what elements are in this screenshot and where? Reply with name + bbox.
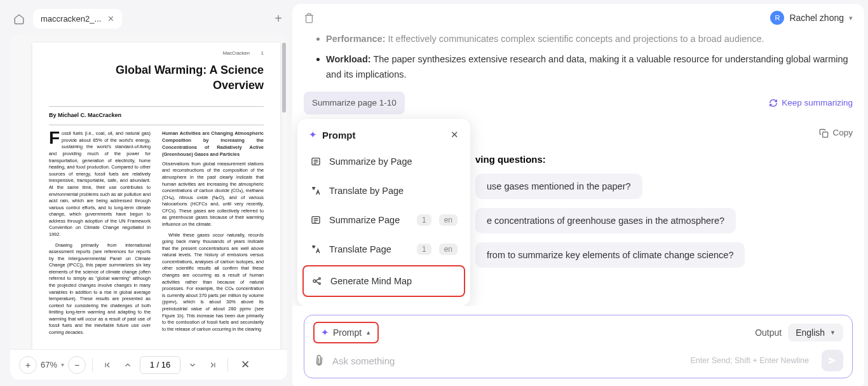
- prompt-popover: ✦ Prompt ✕ Summarize by Page Translate b…: [297, 119, 470, 306]
- page-input[interactable]: [140, 356, 180, 374]
- popover-item-summarize-by-page[interactable]: Summarize by Page: [302, 147, 465, 176]
- lang-badge: en: [439, 244, 458, 255]
- mindmap-icon: [311, 275, 323, 287]
- pdf-divider: [49, 106, 264, 107]
- pdf-toolbar: + 67% ▾ − ✕: [10, 349, 287, 380]
- question-pill[interactable]: use gases mentioned in the paper?: [475, 174, 642, 199]
- copy-label: Copy: [832, 126, 853, 140]
- user-name: Rachel zhong: [789, 13, 844, 23]
- bullet-label: Performance:: [326, 34, 385, 44]
- pdf-view[interactable]: MacCracken 1 Global Warming: A Science O…: [10, 35, 287, 349]
- keep-summarizing-button[interactable]: Keep summarizing: [769, 96, 853, 110]
- sparkle-icon: ✦: [321, 327, 329, 338]
- pdf-scrollbar[interactable]: [282, 43, 286, 113]
- list-icon: [310, 156, 322, 167]
- prompt-trigger-button[interactable]: ✦ Prompt ▲: [313, 322, 379, 343]
- last-page-button[interactable]: [205, 357, 221, 373]
- pdf-col1-para1: Fossil fuels (i.e., coal, oil, and natur…: [49, 130, 151, 238]
- home-button[interactable]: [10, 10, 28, 28]
- popover-item-translate-by-page[interactable]: Translate by Page: [302, 176, 465, 205]
- chevron-down-icon: ▾: [849, 14, 853, 22]
- popover-close-button[interactable]: ✕: [451, 129, 459, 141]
- translate-icon: [310, 185, 322, 196]
- close-tab-icon[interactable]: ✕: [107, 14, 114, 24]
- svg-rect-0: [823, 132, 828, 137]
- right-panel: R Rachel zhong ▾ Performance: It effecti…: [292, 4, 864, 386]
- translate-icon: [310, 244, 322, 255]
- popover-item-mindmap[interactable]: Generate Mind Map: [302, 265, 465, 297]
- page-badge: 1: [417, 244, 431, 255]
- popover-item-summarize-page[interactable]: Summarize Page 1 en: [302, 205, 465, 235]
- language-select[interactable]: English ▼: [788, 324, 843, 341]
- pdf-page: MacCracken 1 Global Warming: A Science O…: [32, 43, 280, 349]
- bullet-text: It effectively communicates complex scie…: [385, 34, 764, 44]
- chevron-down-icon: ▼: [830, 329, 836, 336]
- avatar: R: [770, 11, 784, 25]
- input-hint: Enter Send; Shift + Enter Newline: [690, 356, 809, 365]
- summarize-chip[interactable]: Summarize page 1-10: [304, 92, 405, 114]
- page-badge: 1: [417, 214, 431, 226]
- toolbar-close-button[interactable]: ✕: [237, 357, 254, 373]
- pdf-title: Global Warming: A Science: [49, 62, 264, 78]
- prompt-trigger-label: Prompt: [333, 327, 362, 338]
- bullet-label: Workload:: [326, 54, 371, 64]
- popover-title: Prompt: [322, 130, 356, 141]
- pdf-head-author: MacCracken: [223, 50, 250, 56]
- language-value: English: [796, 327, 825, 338]
- popover-item-label: Translate Page: [329, 244, 391, 254]
- send-button[interactable]: [822, 350, 843, 371]
- tab-bar: maccracken2_... ✕ +: [10, 6, 287, 35]
- list-icon: [310, 214, 322, 226]
- zoom-out-button[interactable]: −: [68, 356, 86, 374]
- svg-point-4: [319, 278, 321, 280]
- popover-item-label: Summarize by Page: [329, 156, 412, 167]
- bullet-text: The paper synthesizes extensive research…: [326, 54, 848, 79]
- svg-point-5: [319, 283, 321, 285]
- input-zone: ✦ Prompt ▲ Output English ▼ Enter Send; …: [304, 315, 853, 378]
- lang-badge: en: [439, 214, 458, 226]
- left-panel: maccracken2_... ✕ + MacCracken 1 Global …: [0, 0, 292, 386]
- pdf-col2-para2: While these gases occur naturally, recor…: [162, 232, 264, 333]
- keep-summarizing-label: Keep summarizing: [782, 96, 853, 110]
- pdf-col2-heading: Human Activities are Changing Atmospheri…: [162, 130, 264, 158]
- pdf-divider2: [49, 125, 264, 125]
- pdf-col1-para2: Drawing primarily from international ass…: [49, 242, 151, 336]
- popover-item-label: Translate by Page: [329, 186, 403, 196]
- zoom-dropdown-icon[interactable]: ▾: [61, 361, 64, 368]
- user-menu[interactable]: R Rachel zhong ▾: [770, 11, 853, 25]
- tab-filename: maccracken2_...: [41, 14, 101, 24]
- svg-point-3: [313, 280, 316, 282]
- attach-button[interactable]: [311, 352, 327, 368]
- question-pill[interactable]: e concentrations of greenhouse gases in …: [475, 208, 736, 233]
- file-tab[interactable]: maccracken2_... ✕: [33, 9, 122, 29]
- sparkle-icon: ✦: [309, 129, 317, 141]
- questions-title: ving questions:: [475, 154, 853, 165]
- chat-area: Performance: It effectively communicates…: [292, 32, 864, 306]
- ask-input[interactable]: [332, 355, 682, 366]
- chevron-up-icon: ▲: [365, 329, 371, 336]
- popover-item-label: Generate Mind Map: [330, 276, 412, 286]
- pdf-author: By Michael C. MacCracken: [49, 112, 264, 118]
- next-page-button[interactable]: [184, 357, 201, 373]
- pdf-head-pagenum: 1: [261, 50, 264, 56]
- right-header: R Rachel zhong ▾: [292, 4, 864, 32]
- popover-item-translate-page[interactable]: Translate Page 1 en: [302, 235, 465, 264]
- pdf-subtitle: Overview: [49, 79, 264, 92]
- popover-item-label: Summarize Page: [329, 215, 400, 225]
- prev-page-button[interactable]: [119, 357, 136, 373]
- zoom-level: 67%: [41, 360, 57, 369]
- trash-button[interactable]: [304, 13, 315, 24]
- pdf-col2-para1: Observations from global measurement sta…: [162, 161, 264, 228]
- add-tab-button[interactable]: +: [269, 10, 287, 28]
- first-page-button[interactable]: [99, 357, 116, 373]
- output-label: Output: [755, 327, 782, 338]
- zoom-in-button[interactable]: +: [19, 356, 37, 374]
- question-pill[interactable]: from to summarize key elements of climat…: [475, 242, 745, 268]
- pdf-container: MacCracken 1 Global Warming: A Science O…: [10, 35, 287, 380]
